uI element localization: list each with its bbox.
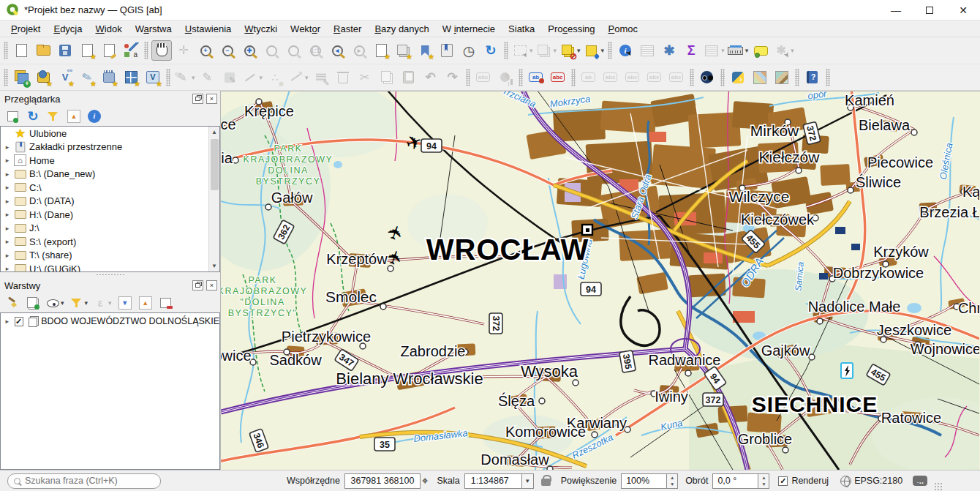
- python-console-button[interactable]: [728, 67, 748, 88]
- pan-map-button[interactable]: [151, 40, 172, 61]
- scroll-up-icon[interactable]: ▲: [209, 127, 219, 138]
- new-print-layout-button[interactable]: ★: [77, 40, 97, 61]
- menu-widok[interactable]: Widok: [89, 22, 129, 36]
- rotation-down-icon[interactable]: ▼: [758, 481, 769, 488]
- new-geopackage-layer-button[interactable]: ★: [33, 67, 53, 88]
- menu-edycja[interactable]: Edycja: [47, 22, 88, 36]
- expand-icon[interactable]: ▸: [4, 211, 11, 218]
- delete-selected-button[interactable]: [333, 67, 353, 88]
- layer-item[interactable]: ▸✓BDOO WOJEWÓDZTWO DOLNOŚLĄSKIE: [1, 313, 219, 329]
- browser-scrollbar[interactable]: ▲ ▼: [208, 127, 219, 271]
- scroll-thumb[interactable]: [211, 139, 219, 190]
- layer-labeling-options-button[interactable]: abc: [473, 67, 494, 88]
- pin-unpin-labels-button[interactable]: ab: [578, 67, 599, 88]
- zoom-to-layer-button[interactable]: [283, 40, 304, 61]
- open-layer-styling-panel-button[interactable]: [4, 295, 20, 311]
- select-features-button[interactable]: ▾: [511, 40, 534, 61]
- zoom-last-button[interactable]: ◂: [327, 40, 347, 61]
- browser-item-home[interactable]: ▸⌂Home: [1, 154, 219, 168]
- magnifier-down-icon[interactable]: ▼: [667, 481, 677, 488]
- zoom-full-button[interactable]: ✚: [239, 40, 260, 61]
- menu-bazy-danych[interactable]: Bazy danych: [368, 22, 435, 36]
- show-layout-manager-button[interactable]: [99, 40, 119, 61]
- redo-button[interactable]: ↷: [442, 67, 463, 88]
- layers-undock-button[interactable]: [192, 280, 203, 291]
- map-canvas[interactable]: ✈✈✈ PARKKRAJOBRAZOWYDOLINABYSTRZYCYPARKK…: [221, 91, 980, 470]
- add-selected-layers-button[interactable]: [4, 108, 20, 124]
- menu-w-internecie[interactable]: W internecie: [436, 22, 502, 36]
- measure-line-button[interactable]: ▾: [727, 40, 750, 61]
- select-by-location-button[interactable]: ▾: [583, 40, 606, 61]
- highlight-pinned-labels-button[interactable]: abc: [548, 67, 568, 88]
- change-label-button[interactable]: abc: [666, 67, 687, 88]
- magnifier-up-icon[interactable]: ▲: [667, 474, 677, 481]
- new-project-button[interactable]: [11, 40, 31, 61]
- map-tips-button[interactable]: [750, 40, 771, 61]
- messages-icon[interactable]: …: [913, 476, 927, 486]
- lock-scale-icon[interactable]: [541, 479, 551, 486]
- plugin-thumbnail-2-button[interactable]: [772, 67, 792, 88]
- cut-features-button[interactable]: ✂: [355, 67, 375, 88]
- menu-wektor[interactable]: Wektor: [284, 22, 327, 36]
- zoom-out-button[interactable]: −: [217, 40, 238, 61]
- zoom-next-button[interactable]: ▸: [349, 40, 369, 61]
- crs-value[interactable]: EPSG:2180: [854, 476, 902, 486]
- browser-close-button[interactable]: ×: [206, 94, 217, 104]
- show-spatial-bookmarks-button[interactable]: [437, 40, 457, 61]
- new-mesh-layer-button[interactable]: ★: [99, 67, 119, 88]
- add-record-button[interactable]: ∴★: [265, 67, 285, 88]
- undo-button[interactable]: ↶: [421, 67, 441, 88]
- browser-item-b-dane-new[interactable]: ▸B:\ (Dane_new): [1, 168, 219, 181]
- menu-ustawienia[interactable]: Ustawienia: [178, 22, 238, 36]
- statistical-summary-button[interactable]: Σ: [681, 40, 701, 61]
- browser-item-ulubione[interactable]: ★Ulubione: [1, 127, 219, 140]
- open-data-source-manager-button[interactable]: [11, 67, 31, 88]
- rotation-spinbox[interactable]: 0,0 ° ▲▼: [712, 473, 769, 489]
- collapse-all-browser-button[interactable]: [66, 108, 82, 124]
- minimize-button[interactable]: —: [879, 0, 913, 20]
- temporal-controller-panel-button[interactable]: ◷: [459, 40, 479, 61]
- scroll-down-icon[interactable]: ▼: [209, 261, 219, 271]
- manage-map-themes-button[interactable]: ▾: [45, 295, 65, 311]
- render-checkbox[interactable]: ✓: [778, 476, 788, 486]
- coords-value[interactable]: 367981 368100: [344, 473, 421, 489]
- collapse-all-layers-button[interactable]: [137, 295, 154, 311]
- save-layer-edits-button[interactable]: [219, 67, 240, 88]
- identify-features-button[interactable]: i: [615, 40, 636, 61]
- expand-icon[interactable]: ▸: [4, 318, 11, 325]
- move-label-button[interactable]: abc: [622, 67, 643, 88]
- filter-browser-button[interactable]: [45, 108, 61, 124]
- open-attribute-table-button[interactable]: [637, 40, 657, 61]
- properties-widget-button[interactable]: i: [86, 108, 102, 124]
- menu-raster[interactable]: Raster: [327, 22, 368, 36]
- menu-siatka[interactable]: Siatka: [502, 22, 541, 36]
- browser-item-j[interactable]: ▸J:\: [1, 222, 219, 236]
- add-group-button[interactable]: [25, 295, 41, 311]
- save-project-button[interactable]: [55, 40, 75, 61]
- resize-grip[interactable]: [933, 481, 943, 491]
- zoom-to-selection-button[interactable]: [261, 40, 282, 61]
- processing-toolbox-button[interactable]: ✱: [659, 40, 679, 61]
- new-temporary-scratch-layer-button[interactable]: ★: [143, 67, 163, 88]
- expand-icon[interactable]: ▸: [4, 265, 11, 272]
- menu-pomoc[interactable]: Pomoc: [602, 22, 644, 36]
- new-3d-map-view-button[interactable]: ★: [393, 40, 413, 61]
- browser-undock-button[interactable]: [192, 94, 203, 104]
- browser-item-s-export[interactable]: ▸S:\ (export): [1, 235, 219, 249]
- new-virtual-layer-button[interactable]: ★: [121, 67, 141, 88]
- new-map-view-button[interactable]: ★: [371, 40, 391, 61]
- metasearch-button[interactable]: [697, 67, 717, 88]
- locator-search[interactable]: [7, 473, 161, 489]
- menu-projekt[interactable]: Projekt: [4, 22, 47, 36]
- browser-item-c[interactable]: ▸C:\: [1, 181, 219, 195]
- rotate-label-button[interactable]: abc: [644, 67, 665, 88]
- run-feature-action-button[interactable]: ✱▾: [772, 40, 795, 61]
- deselect-features-all-layers-button[interactable]: ▾: [559, 40, 581, 61]
- copy-features-button[interactable]: [377, 67, 397, 88]
- pin-labels-button[interactable]: ab: [526, 67, 546, 88]
- menu-warstwa[interactable]: Warstwa: [129, 22, 178, 36]
- style-manager-button[interactable]: [121, 40, 141, 61]
- expand-icon[interactable]: ▸: [4, 225, 11, 232]
- expand-icon[interactable]: ▸: [4, 184, 11, 191]
- remove-layer-group-button[interactable]: [158, 295, 174, 311]
